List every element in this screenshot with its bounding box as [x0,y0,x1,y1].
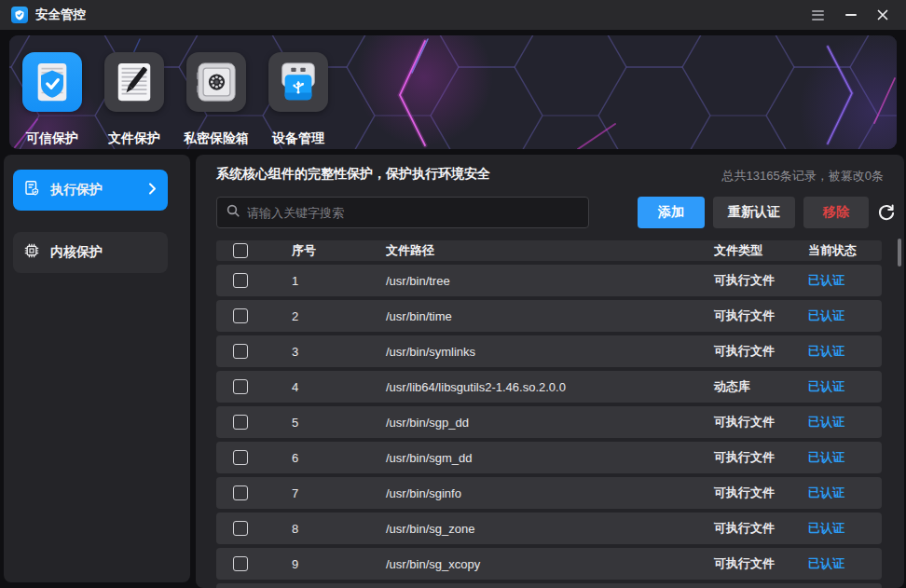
header-status: 当前状态 [796,242,882,259]
search-icon [226,204,240,221]
scrollbar-thumb[interactable] [898,239,901,267]
cell-path: /usr/bin/sgm_dd [365,451,705,465]
cell-status: 已认证 [796,272,882,289]
banner-item-file-protection[interactable]: 文件保护 [104,52,164,112]
cell-path: /usr/bin/sg_zone [365,522,705,536]
cell-type: 可执行文件 [705,555,796,572]
cell-index: 9 [285,557,365,571]
table-body: 1 /usr/bin/tree 可执行文件 已认证 2 /usr/bin/tim… [216,265,882,580]
cell-status: 已认证 [796,308,882,324]
search-input[interactable] [247,206,579,220]
doc-shield-icon [23,180,40,200]
table-row[interactable]: 2 /usr/bin/time 可执行文件 已认证 [216,300,882,332]
cell-status: 已认证 [796,378,882,395]
cell-status: 已认证 [796,485,882,501]
remove-button[interactable]: 移除 [803,197,869,228]
banner-item-label: 可信保护 [26,130,78,147]
cell-type: 可执行文件 [705,449,796,466]
cell-index: 3 [285,345,365,359]
sidebar-item-kernel-protection[interactable]: 内核保护 [13,232,168,273]
main-panel: 系统核心组件的完整性保护，保护执行环境安全 总共13165条记录，被篡改0条 添… [196,155,904,588]
cell-index: 5 [285,416,365,430]
cell-path: /usr/bin/symlinks [365,345,705,359]
app-shield-icon [11,7,28,23]
table-row[interactable]: 8 /usr/bin/sg_zone 可执行文件 已认证 [216,513,882,544]
header-index: 序号 [285,242,365,259]
cell-status: 已认证 [796,555,882,572]
cell-status: 已认证 [796,449,882,466]
header-type: 文件类型 [705,242,796,259]
section-description: 系统核心组件的完整性保护，保护执行环境安全 [216,166,490,183]
cell-path: /usr/bin/tree [365,274,705,288]
sidebar-item-execution-protection[interactable]: 执行保护 [13,170,168,211]
row-checkbox[interactable] [233,415,248,430]
table-row[interactable]: 9 /usr/bin/sg_xcopy 可执行文件 已认证 [216,548,882,580]
cell-index: 6 [285,451,365,465]
cell-status: 已认证 [796,343,882,360]
banner-item-trusted-protection[interactable]: 可信保护 [22,52,82,112]
table-header: 序号 文件路径 文件类型 当前状态 [216,240,882,261]
cell-path: /usr/bin/sginfo [365,486,705,500]
row-checkbox[interactable] [233,450,248,465]
row-checkbox[interactable] [233,308,248,323]
chevron-right-icon [148,182,157,198]
minimize-icon[interactable] [839,0,863,30]
banner-item-label: 设备管理 [272,130,324,147]
cell-status: 已认证 [796,414,882,431]
record-stats: 总共13165条记录，被篡改0条 [722,168,884,185]
header-path: 文件路径 [365,242,705,259]
cell-path: /usr/bin/time [365,309,705,323]
banner-item-private-safe[interactable]: 私密保险箱 [186,52,246,112]
banner-item-device-management[interactable]: 设备管理 [268,52,328,112]
cell-path: /usr/bin/sgp_dd [365,416,705,430]
cell-index: 7 [285,486,365,500]
cell-index: 2 [285,309,365,323]
row-checkbox[interactable] [233,273,248,288]
close-icon[interactable] [871,0,895,30]
banner-item-label: 私密保险箱 [184,130,249,147]
select-all-checkbox[interactable] [233,243,248,258]
table-row[interactable]: 5 /usr/bin/sgp_dd 可执行文件 已认证 [216,406,882,438]
banner: 可信保护 文件保护 [9,35,897,149]
cell-type: 可执行文件 [705,308,796,324]
cpu-chip-icon [23,242,40,263]
table-row[interactable]: 6 /usr/bin/sgm_dd 可执行文件 已认证 [216,442,882,473]
add-button[interactable]: 添加 [638,197,705,228]
table-row[interactable]: 7 /usr/bin/sginfo 可执行文件 已认证 [216,477,882,509]
sidebar: 执行保护 内核保护 [4,155,190,582]
cell-type: 可执行文件 [705,272,796,289]
banner-item-label: 文件保护 [108,130,160,147]
sidebar-item-label: 内核保护 [50,244,157,261]
table-row-partial [216,583,882,588]
row-checkbox[interactable] [233,521,248,536]
header-select-all [216,243,285,258]
cell-path: /usr/bin/sg_xcopy [365,557,705,571]
trusted-doc-shield-icon [22,52,82,112]
window-title: 安全管控 [35,0,86,30]
cell-index: 8 [285,522,365,536]
sidebar-item-label: 执行保护 [50,182,148,198]
cell-type: 动态库 [705,378,796,395]
titlebar: 安全管控 [0,0,906,30]
cell-type: 可执行文件 [705,520,796,537]
search-box [216,197,589,228]
table-row[interactable]: 3 /usr/bin/symlinks 可执行文件 已认证 [216,335,882,367]
hamburger-icon[interactable] [805,0,830,30]
cell-type: 可执行文件 [705,414,796,431]
cell-index: 1 [285,274,365,288]
cell-path: /usr/lib64/libsgutils2-1.46.so.2.0.0 [365,380,705,394]
cell-type: 可执行文件 [705,343,796,360]
table-row[interactable]: 1 /usr/bin/tree 可执行文件 已认证 [216,265,882,296]
cell-status: 已认证 [796,520,882,537]
safe-box-icon [186,52,246,112]
security-control-window: 安全管控 [0,0,906,588]
refresh-icon[interactable] [873,199,899,226]
table-row[interactable]: 4 /usr/lib64/libsgutils2-1.46.so.2.0.0 动… [216,371,882,403]
usb-drive-icon [268,52,328,112]
reauthenticate-button[interactable]: 重新认证 [713,197,795,228]
row-checkbox[interactable] [233,556,248,571]
row-checkbox[interactable] [233,485,248,500]
row-checkbox[interactable] [233,379,248,394]
row-checkbox[interactable] [233,344,248,359]
doc-pencil-icon [104,52,164,112]
